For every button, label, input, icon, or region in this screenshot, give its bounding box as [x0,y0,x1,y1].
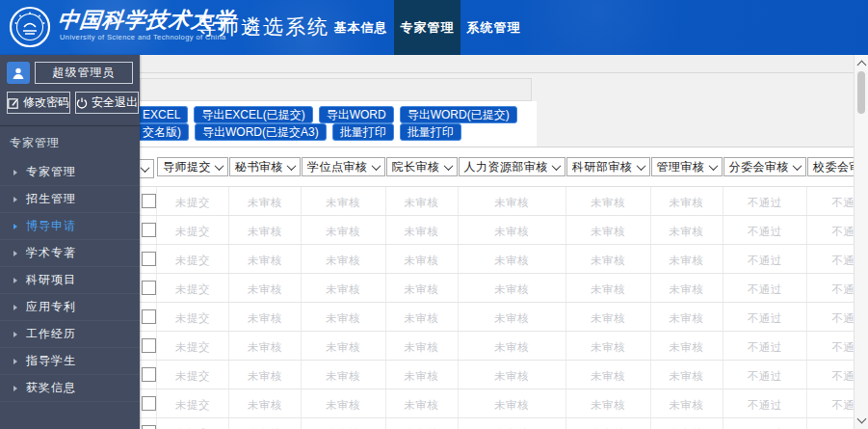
toolbar-button[interactable]: 导出WORD(已提交) [400,106,517,123]
filter-select[interactable]: 分委会审核 [723,157,807,176]
filter-select-label: 学位点审核 [307,159,368,175]
chevron-right-icon [13,197,17,202]
edit-icon [8,97,19,109]
sidebar-menu-item[interactable]: 获奖信息 [0,375,140,402]
logout-button[interactable]: 安全退出 [75,92,139,114]
nav-tabs: 基本信息 专家管理 系统管理 [328,0,527,55]
filter-select[interactable]: 管理审核 [651,157,723,176]
sidebar-menu-item[interactable]: 科研项目 [0,267,140,294]
filter-select[interactable]: 科研部审核 [566,157,650,176]
filter-select[interactable]: 导师提交 [157,157,228,176]
row-checkbox[interactable] [142,281,156,295]
row-checkbox[interactable] [142,252,156,266]
filter-select[interactable]: 校委会审核 [807,157,854,176]
chevron-down-icon [793,161,802,171]
sidebar-menu-label: 指导学生 [26,353,76,369]
status-cell: 不通过 [748,341,782,353]
chevron-right-icon [13,305,17,310]
chevron-down-icon [215,161,224,171]
nav-tab[interactable]: 专家管理 [394,0,460,55]
status-cell: 未审核 [326,312,360,324]
chevron-right-icon [13,251,17,256]
status-cell: 未审核 [670,399,704,411]
status-cell: 不通过 [831,255,854,266]
filter-select-label: 管理审核 [657,159,705,175]
status-cell: 未审核 [494,312,529,324]
row-checkbox[interactable] [142,194,156,208]
sidebar-menu-item[interactable]: 指导学生 [0,348,140,375]
sidebar-menu-item[interactable]: 专家管理 [0,159,140,186]
status-cell: 未审核 [326,341,360,353]
status-cell: 未提交 [175,399,210,411]
sidebar-menu-label: 专家管理 [26,164,76,180]
sidebar-menu-item[interactable]: 工作经历 [0,321,140,348]
sidebar-menu-item[interactable]: 招生管理 [0,186,140,213]
table-row: 未提交未审核未审核未审核未审核未审核未审核不通过不通过科学岛分院 [140,361,854,389]
status-cell: 未审核 [591,370,625,382]
change-password-button[interactable]: 修改密码 [7,92,70,114]
system-title: 导师遴选系统 [197,13,329,40]
toolbar-button[interactable]: EXCEL [140,106,188,123]
status-cell: 未审核 [591,226,625,237]
sidebar-menu-item[interactable]: 博导申请 [0,213,140,240]
filter-select[interactable]: 人力资源部审核 [459,157,566,176]
sidebar-menu-label: 科研项目 [26,272,76,288]
status-cell: 未提交 [175,341,210,353]
toolbar-button[interactable]: 交名版) [140,123,189,141]
status-cell: 不通过 [831,226,854,237]
status-cell: 未审核 [248,370,282,382]
toolbar-button[interactable]: 导出EXCEL(已提交) [194,106,312,123]
table-row: 未提交未审核未审核未审核未审核未审核未审核不通过不通过科学岛分院 [140,332,854,361]
row-checkbox[interactable] [142,309,156,324]
toolbar-button[interactable]: 导出WORD(已提交A3) [195,123,327,141]
row-checkbox[interactable] [142,223,156,237]
table-row: 未提交未审核未审核未审核未审核未审核未审核不通过不通过科学岛分院 [140,418,854,429]
sidebar-menu-item[interactable]: 学术专著 [0,240,140,267]
scroll-down-icon[interactable] [857,415,867,424]
filter-select[interactable]: 秘书审核 [229,157,301,176]
status-cell: 未审核 [326,197,360,208]
results-table: 导师提交 秘书审核 学位点审核 院长审核 人力资源部审核 科研部审核 管理审核 … [140,147,854,429]
change-password-label: 修改密码 [23,94,69,111]
status-cell: 不通过 [748,197,782,208]
row-checkbox[interactable] [142,367,156,382]
status-cell: 未审核 [494,197,529,208]
chevron-down-icon [552,161,562,171]
status-cell: 未审核 [405,341,439,353]
sidebar-menu-item[interactable]: 应用专利 [0,294,140,321]
app-header: 中国科学技术大学 University of Science and Techn… [0,0,868,55]
nav-tab[interactable]: 基本信息 [328,0,394,55]
status-cell: 未审核 [248,341,282,353]
row-checkbox[interactable] [142,338,156,353]
status-cell: 未审核 [670,226,704,237]
vertical-scrollbar[interactable] [854,55,868,429]
toolbar-button[interactable]: 导出WORD [319,106,394,123]
filter-select-label: 院长审核 [392,159,440,175]
row-checkbox[interactable] [142,396,156,411]
status-cell: 未提交 [175,283,210,295]
filter-select[interactable]: 院长审核 [386,157,458,176]
status-cell: 未审核 [248,226,282,237]
filter-select-label: 人力资源部审核 [464,159,549,175]
status-cell: 未审核 [405,197,439,208]
table-row: 未提交未审核未审核未审核未审核未审核未审核不通过不通过科学岛分院 [140,389,854,418]
row-checkbox[interactable] [142,425,156,429]
scrollbar-thumb[interactable] [857,71,865,114]
sidebar-menu: 专家管理 招生管理 博导申请 学术专著 科研项目 应用专利 工作经历 指导学生 … [0,159,140,402]
sidebar-menu-label: 博导申请 [26,218,76,234]
nav-tab[interactable]: 系统管理 [460,0,527,55]
scroll-up-icon[interactable] [857,61,867,70]
status-cell: 不通过 [748,399,782,411]
filter-select[interactable]: 学位点审核 [302,157,385,176]
chevron-down-icon [371,161,381,171]
status-cell: 未审核 [591,399,625,411]
status-cell: 未审核 [494,255,529,266]
status-cell: 不通过 [748,255,782,266]
status-cell: 未审核 [405,255,439,266]
chevron-right-icon [13,332,17,337]
logout-label: 安全退出 [92,94,138,111]
toolbar-button[interactable]: 批量打印 [332,123,394,141]
toolbar-button[interactable]: 批量打印 [400,123,461,141]
filter-select-clipped[interactable] [140,159,154,178]
status-cell: 不通过 [748,370,782,382]
